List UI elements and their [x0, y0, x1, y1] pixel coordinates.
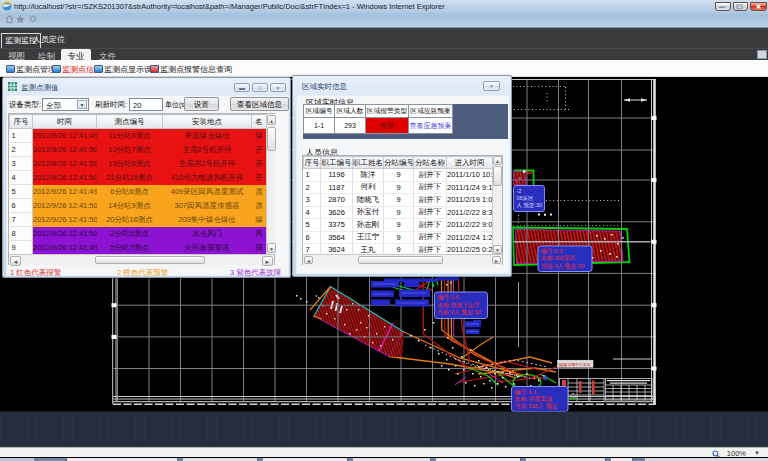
svg-text:名称:202采区: 名称:202采区: [541, 254, 576, 262]
svg-text:人 预定:30: 人 预定:30: [517, 202, 543, 209]
svg-text:名称:井底车场: 名称:井底车场: [515, 395, 553, 403]
svg-text:当前:318人 预定: 当前:318人 预定: [515, 402, 558, 410]
svg-text:编号:1-1: 编号:1-1: [515, 389, 538, 395]
svg-text:06采区: 06采区: [517, 195, 535, 201]
svg-text:当前:4人 预定:30: 当前:4人 预定:30: [541, 263, 585, 270]
svg-text:编号:2-3: 编号:2-3: [541, 248, 563, 254]
svg-text:编号:1-6: 编号:1-6: [438, 294, 460, 300]
svg-text:名称:轨道下山平: 名称:轨道下山平: [438, 301, 480, 309]
svg-text:-2: -2: [517, 188, 522, 194]
svg-text:当前:2人 预定:30: 当前:2人 预定:30: [438, 309, 482, 316]
